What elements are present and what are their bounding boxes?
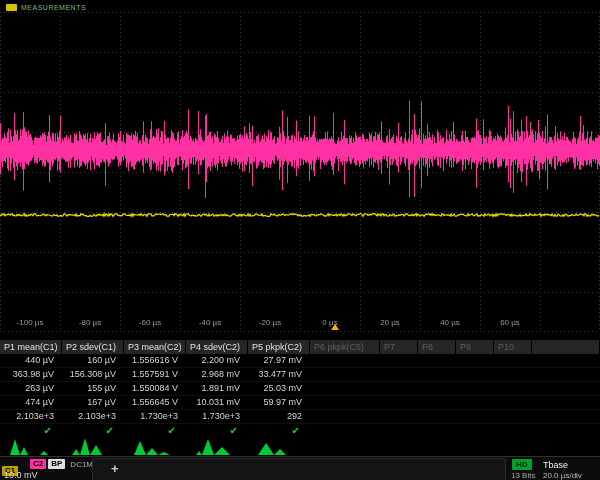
time-label: -80 µs [60,318,120,327]
measure-cell: 1.730e+3 [186,410,248,424]
top-status: MEASUREMENTS [6,2,86,12]
trigger-time-marker[interactable] [331,324,339,330]
measure-cell: 292 [248,410,310,424]
measure-cell-empty [310,410,600,424]
oscilloscope-screen: MEASUREMENTS -100 µs -80 µs -60 µs -40 µ… [0,0,600,480]
measure-cell: 263 µV [0,382,62,396]
measure-header-filler [532,340,600,354]
histicon-p5[interactable] [258,433,304,455]
waveform-display [0,12,600,332]
measure-cell: 59.97 mV [248,396,310,410]
measure-cell-empty [310,396,600,410]
measure-cell: 474 µV [0,396,62,410]
measure-header-p2[interactable]: P2 sdev(C1) [62,340,124,354]
timebase-per-div: 20.0 µs/div [543,471,582,480]
measure-header-p4[interactable]: P4 sdev(C2) [186,340,248,354]
measure-row-max: 474 µV 167 µV 1.556645 V 10.031 mV 59.97… [0,396,600,410]
c1-volts-per-div: 10.0 mV [4,470,38,480]
time-axis: -100 µs -80 µs -60 µs -40 µs -20 µs 0 µs… [0,318,600,330]
measure-cell: 2.200 mV [186,354,248,368]
measure-cell: 33.477 mV [248,368,310,382]
measure-histicon-strip [0,433,600,455]
measure-header-p5[interactable]: P5 pkpk(C2) [248,340,310,354]
measure-cell-empty [310,368,600,382]
measure-cell: 156.308 µV [62,368,124,382]
measure-cell: 1.730e+3 [124,410,186,424]
measure-cell: 155 µV [62,382,124,396]
histicon-p4[interactable] [196,433,242,455]
measure-cell: 2.103e+3 [0,410,62,424]
measure-header-p6[interactable]: P6 pkpk(C5) [310,340,380,354]
status-label: MEASUREMENTS [21,4,86,11]
measure-header-p7[interactable]: P7 [380,340,418,354]
hd-resolution: 13 Bits [511,471,535,480]
measure-cell: 167 µV [62,396,124,410]
histicon-p3[interactable] [134,433,180,455]
time-label: 60 µs [480,318,540,327]
measure-cell: 440 µV [0,354,62,368]
measure-cell: 2.968 mV [186,368,248,382]
status-icon [6,4,17,11]
measure-cell: 1.891 mV [186,382,248,396]
measure-cell: 10.031 mV [186,396,248,410]
trace-tray: + [92,458,506,480]
measure-header-p8[interactable]: P8 [418,340,456,354]
time-label: 20 µs [360,318,420,327]
time-label: -100 µs [0,318,60,327]
channel-descriptor-c2[interactable]: C2 BP DC1M [30,459,93,469]
histicon-p2[interactable] [72,433,118,455]
measure-row-min: 263 µV 155 µV 1.550084 V 1.891 mV 25.03 … [0,382,600,396]
histicon-p1[interactable] [10,433,56,455]
measure-cell: 1.550084 V [124,382,186,396]
measure-cell: 1.556616 V [124,354,186,368]
descriptor-bar: C1 10.0 mV C2 BP DC1M + HD 13 Bits Tbase… [0,456,600,480]
timebase-descriptor[interactable]: Tbase [543,460,568,470]
measure-cell: 1.557591 V [124,368,186,382]
time-label: 0 µs [300,318,360,327]
measure-cell-empty [310,354,600,368]
measure-cell: 2.103e+3 [62,410,124,424]
time-label: -20 µs [240,318,300,327]
time-label: -40 µs [180,318,240,327]
measure-header-p9[interactable]: P9 [456,340,494,354]
measure-row-num: 2.103e+3 2.103e+3 1.730e+3 1.730e+3 292 [0,410,600,424]
hd-badge: HD [512,459,532,470]
measurement-table: P1 mean(C1) P2 sdev(C1) P3 mean(C2) P4 s… [0,340,600,437]
c2-label[interactable]: C2 [30,459,46,469]
measure-header-p3[interactable]: P3 mean(C2) [124,340,186,354]
measure-cell: 1.556645 V [124,396,186,410]
time-label: -60 µs [120,318,180,327]
add-trace-button[interactable]: + [111,462,119,476]
measure-cell: 160 µV [62,354,124,368]
measure-cell: 363.98 µV [0,368,62,382]
measure-header-row: P1 mean(C1) P2 sdev(C1) P3 mean(C2) P4 s… [0,340,600,354]
measure-cell: 25.03 mV [248,382,310,396]
c2-badge: BP [48,459,65,469]
measure-row-mean: 363.98 µV 156.308 µV 1.557591 V 2.968 mV… [0,368,600,382]
measure-row-value: 440 µV 160 µV 1.556616 V 2.200 mV 27.97 … [0,354,600,368]
time-label: 40 µs [420,318,480,327]
measure-cell: 27.97 mV [248,354,310,368]
c2-coupling: DC1M [70,460,93,469]
measure-cell-empty [310,382,600,396]
measure-header-p10[interactable]: P10 [494,340,532,354]
measure-header-p1[interactable]: P1 mean(C1) [0,340,62,354]
